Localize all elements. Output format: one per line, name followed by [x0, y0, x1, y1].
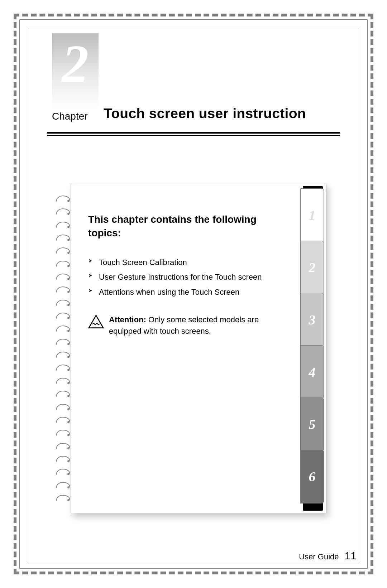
notebook-card: 1 2 3 4 5 6 This chapter contains the fo…	[61, 184, 326, 513]
svg-point-19	[67, 447, 70, 449]
spiral-ring-icon	[55, 363, 71, 372]
svg-point-22	[67, 486, 70, 488]
spiral-ring-icon	[55, 285, 71, 294]
page-number: 11	[345, 550, 357, 562]
spiral-ring-icon	[55, 338, 71, 346]
spiral-binding	[55, 194, 71, 502]
svg-point-9	[67, 317, 70, 319]
chapter-number-box: 2	[52, 33, 99, 109]
svg-point-20	[67, 460, 70, 462]
spiral-ring-icon	[55, 455, 71, 463]
topic-item: Attentions when using the Touch Screen	[88, 285, 283, 300]
svg-point-10	[67, 330, 70, 332]
svg-point-14	[67, 382, 70, 384]
page-content: 2 Chapter Touch screen user instruction	[26, 26, 361, 562]
svg-point-15	[67, 395, 70, 397]
topic-item: User Gesture Instructions for the Touch …	[88, 270, 283, 285]
topic-item: Touch Screen Calibration	[88, 255, 283, 270]
chapter-rule	[47, 132, 340, 134]
spiral-ring-icon	[55, 481, 71, 490]
spiral-ring-icon	[55, 273, 71, 281]
spiral-ring-icon	[55, 299, 71, 307]
svg-point-16	[67, 408, 70, 410]
chapter-heading-block: 2 Chapter Touch screen user instruction	[47, 48, 340, 141]
spiral-ring-icon	[55, 351, 71, 359]
spiral-ring-icon	[55, 403, 71, 411]
page-footer: User Guide 11	[299, 550, 357, 562]
svg-point-2	[67, 226, 70, 228]
notebook-content: This chapter contains the following topi…	[71, 184, 326, 513]
spiral-ring-icon	[55, 233, 71, 242]
spiral-ring-icon	[55, 312, 71, 320]
spiral-ring-icon	[55, 221, 71, 229]
spiral-ring-icon	[55, 377, 71, 385]
chapter-label: Chapter	[52, 111, 88, 122]
notebook-page: 1 2 3 4 5 6 This chapter contains the fo…	[71, 184, 326, 513]
svg-point-7	[67, 291, 70, 293]
spiral-ring-icon	[55, 390, 71, 398]
spiral-ring-icon	[55, 429, 71, 437]
topics-list: Touch Screen Calibration User Gesture In…	[88, 255, 283, 300]
svg-point-18	[67, 434, 70, 436]
chapter-number: 2	[52, 37, 99, 91]
attention-note: Attention: Only some selected models are…	[88, 314, 283, 337]
spiral-ring-icon	[55, 194, 71, 203]
svg-point-4	[67, 252, 70, 254]
chapter-intro-heading: This chapter contains the following topi…	[88, 213, 283, 240]
spiral-ring-icon	[55, 207, 71, 216]
spiral-ring-icon	[55, 442, 71, 450]
footer-label: User Guide	[299, 552, 339, 561]
attention-icon	[88, 315, 104, 329]
svg-point-12	[67, 356, 70, 358]
spiral-ring-icon	[55, 246, 71, 255]
svg-point-11	[67, 343, 70, 345]
spiral-ring-icon	[55, 468, 71, 476]
svg-point-1	[67, 213, 70, 215]
svg-point-23	[67, 499, 70, 501]
svg-point-8	[67, 304, 70, 306]
spiral-ring-icon	[55, 494, 71, 502]
svg-point-17	[67, 421, 70, 423]
attention-label: Attention:	[109, 315, 146, 324]
spiral-ring-icon	[55, 324, 71, 333]
spiral-ring-icon	[55, 260, 71, 268]
chapter-title: Touch screen user instruction	[104, 106, 306, 121]
svg-point-5	[67, 265, 70, 267]
svg-point-6	[67, 278, 70, 280]
svg-point-21	[67, 473, 70, 475]
spiral-ring-icon	[55, 416, 71, 424]
svg-point-0	[67, 200, 70, 202]
svg-point-3	[67, 239, 70, 241]
attention-text: Attention: Only some selected models are…	[109, 314, 283, 337]
svg-point-13	[67, 369, 70, 371]
